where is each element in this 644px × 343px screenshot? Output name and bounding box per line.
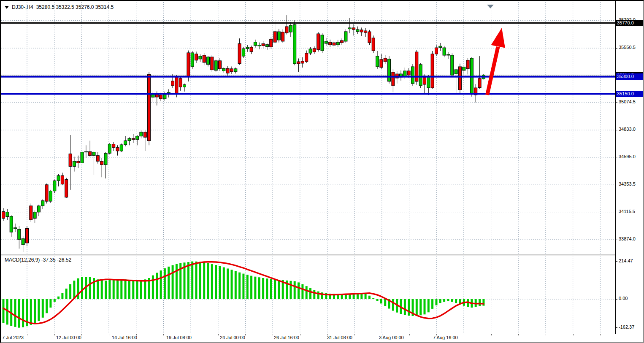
candle-body [439, 46, 442, 48]
chart-title: DJ30-,H4 35280.5 35322.5 35276.0 35314.5 [5, 4, 114, 10]
candle-body [368, 32, 371, 43]
macd-histogram-bar [408, 299, 410, 316]
time-tick-mark [600, 334, 601, 335]
price-tick-mark [615, 157, 617, 157]
price-tick-label: 34353.5 [619, 181, 636, 186]
candle-body [65, 180, 68, 197]
candle-body [49, 191, 52, 201]
candle-body [451, 55, 454, 75]
candle-body [317, 34, 320, 50]
macd-histogram-bar [144, 279, 146, 299]
macd-histogram-bar [49, 299, 51, 308]
price-tick-mark [615, 185, 617, 185]
symbol-dropdown-icon[interactable] [5, 6, 9, 9]
candle-body [470, 58, 473, 93]
price-tick-label: 34833.0 [619, 127, 636, 132]
trend-arrow-annotation[interactable] [487, 28, 505, 95]
candle-body [207, 57, 210, 65]
chart-shift-marker-icon[interactable] [487, 5, 494, 8]
candle-body [195, 54, 198, 60]
macd-histogram-bar [298, 282, 300, 299]
macd-histogram-bar [34, 299, 36, 323]
candle-body [305, 53, 308, 62]
price-badge: 35300.0 [616, 73, 643, 80]
time-tick-mark [464, 334, 464, 335]
candle-body [427, 76, 430, 88]
candle-body [313, 49, 316, 52]
candle-body [411, 67, 414, 84]
macd-histogram-bar [274, 279, 276, 299]
candle-body [226, 68, 229, 73]
time-tick-mark [245, 334, 246, 335]
macd-histogram-bar [136, 281, 138, 299]
time-axis-separator [1, 334, 643, 334]
macd-histogram-bar [54, 299, 56, 302]
time-axis[interactable]: 7 Jul 202312 Jul 00:0014 Jul 16:0019 Jul… [1, 335, 615, 343]
candle-body [348, 28, 351, 29]
macd-histogram-bar [61, 293, 63, 299]
macd-histogram-bar [105, 281, 107, 299]
candle-body [124, 141, 127, 145]
time-tick-label: 14 Jul 16:00 [112, 335, 137, 340]
macd-panel[interactable] [1, 255, 615, 334]
candle-body [2, 211, 5, 218]
candle-body [187, 53, 190, 76]
candle-body [116, 148, 119, 151]
panel-splitter[interactable] [1, 256, 616, 256]
macd-histogram-bar [156, 273, 158, 300]
macd-histogram-bar [231, 270, 233, 299]
macd-histogram-bar [128, 280, 130, 299]
candle-body [309, 49, 312, 53]
candle-body [81, 152, 84, 163]
candle-body [211, 57, 214, 70]
candle-body [14, 228, 17, 229]
candle-body [321, 35, 324, 51]
candle-body [463, 67, 465, 70]
macd-histogram-bar [317, 292, 319, 299]
macd-histogram-bar [309, 288, 311, 299]
macd-tick-label: 214.47 [619, 258, 633, 263]
candle-body [238, 43, 241, 63]
macd-tick-label: -162.37 [619, 324, 634, 329]
candle-body [447, 54, 450, 55]
macd-histogram-bar [392, 299, 394, 311]
candle-body [214, 61, 217, 70]
candle-body [329, 42, 332, 45]
candle-body [10, 216, 13, 232]
candle-body [41, 201, 44, 206]
macd-histogram-bar [140, 280, 142, 299]
candle-body [171, 81, 174, 86]
price-tick-label: 34595.0 [619, 154, 636, 159]
candle-body [455, 70, 457, 74]
macd-histogram-bar [436, 299, 438, 305]
candle-body [183, 85, 186, 87]
price-chart[interactable] [1, 1, 615, 254]
candle-body [466, 60, 469, 69]
price-axis[interactable]: 35792.035550.535074.534833.034595.034353… [616, 1, 644, 334]
price-badge: 35770.0 [616, 20, 643, 26]
time-tick-label: 12 Jul 00:00 [56, 335, 81, 340]
macd-histogram-bar [207, 263, 209, 299]
candle-body [89, 151, 92, 156]
macd-histogram-bar [101, 280, 103, 299]
macd-histogram-bar [416, 299, 418, 316]
price-tick-mark [615, 102, 617, 103]
time-tick-label: 7 Jul 2023 [2, 335, 24, 340]
candle-body [199, 56, 202, 59]
candle-body [254, 42, 257, 46]
macd-histogram-bar [301, 284, 303, 299]
candle-body [297, 62, 300, 64]
candle-body [458, 67, 461, 90]
candle-body [30, 206, 32, 220]
candle-body [22, 239, 24, 245]
macd-histogram-bar [120, 279, 122, 300]
time-tick-mark [273, 334, 273, 335]
macd-tick-mark [615, 299, 617, 300]
time-tick-label: 24 Jul 00:00 [220, 335, 245, 340]
candle-body [352, 28, 355, 30]
time-tick-label: 3 Aug 00:00 [379, 335, 404, 340]
macd-histogram-bar [81, 277, 83, 299]
macd-histogram-bar [124, 279, 127, 299]
macd-histogram-bar [266, 278, 268, 299]
panel-splitter[interactable] [1, 254, 616, 254]
